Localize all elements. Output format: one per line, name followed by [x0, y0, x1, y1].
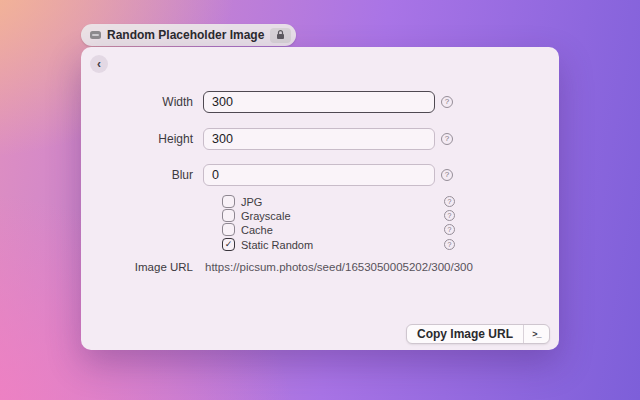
- height-label: Height: [81, 128, 193, 150]
- window-title-pill[interactable]: Random Placeholder Image: [81, 24, 296, 46]
- checkbox-grayscale[interactable]: [222, 209, 235, 222]
- image-url-row: Image URL https://picsum.photos/seed/165…: [81, 260, 559, 274]
- blur-input[interactable]: [203, 164, 435, 186]
- checkbox-row-grayscale: Grayscale ?: [81, 209, 559, 222]
- help-icon[interactable]: ?: [444, 239, 455, 250]
- help-icon[interactable]: ?: [444, 196, 455, 207]
- checkmark-icon: ✓: [225, 240, 233, 249]
- checkbox-grayscale-label: Grayscale: [241, 209, 291, 222]
- field-row-width: Width ?: [81, 91, 559, 113]
- copy-url-button-group: Copy Image URL >_: [406, 324, 550, 344]
- terminal-icon: >_: [532, 329, 540, 339]
- checkbox-cache-label: Cache: [241, 223, 273, 236]
- app-window: ‹ Width ? Height ? Blur ? JPG ? Grayscal…: [81, 47, 559, 350]
- checkbox-row-cache: Cache ?: [81, 223, 559, 236]
- image-url-value: https://picsum.photos/seed/1653050005202…: [205, 260, 473, 274]
- width-label: Width: [81, 91, 193, 113]
- field-row-height: Height ?: [81, 128, 559, 150]
- copy-image-url-button[interactable]: Copy Image URL: [407, 325, 523, 343]
- lock-icon: [276, 30, 285, 40]
- checkbox-jpg[interactable]: [222, 195, 235, 208]
- field-row-blur: Blur ?: [81, 164, 559, 186]
- lock-badge[interactable]: [270, 28, 291, 43]
- height-input[interactable]: [203, 128, 435, 150]
- checkbox-jpg-label: JPG: [241, 195, 262, 208]
- back-button[interactable]: ‹: [90, 55, 108, 73]
- help-icon[interactable]: ?: [441, 169, 453, 181]
- checkbox-static-random[interactable]: ✓: [222, 238, 235, 251]
- window-title: Random Placeholder Image: [107, 28, 264, 42]
- checkbox-static-random-label: Static Random: [241, 238, 313, 251]
- app-icon: [90, 31, 101, 39]
- help-icon[interactable]: ?: [441, 96, 453, 108]
- checkbox-row-jpg: JPG ?: [81, 195, 559, 208]
- chevron-left-icon: ‹: [97, 58, 101, 70]
- image-url-label: Image URL: [81, 260, 193, 274]
- blur-label: Blur: [81, 164, 193, 186]
- help-icon[interactable]: ?: [444, 210, 455, 221]
- help-icon[interactable]: ?: [441, 133, 453, 145]
- checkbox-cache[interactable]: [222, 223, 235, 236]
- checkbox-row-static-random: ✓ Static Random ?: [81, 238, 559, 251]
- terminal-button[interactable]: >_: [523, 325, 549, 343]
- help-icon[interactable]: ?: [444, 224, 455, 235]
- width-input[interactable]: [203, 91, 435, 113]
